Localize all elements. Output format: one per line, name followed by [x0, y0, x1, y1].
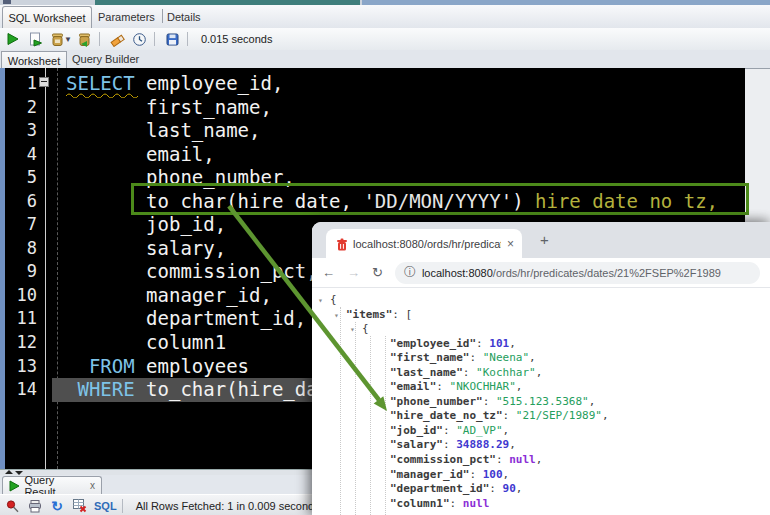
browser-address-bar: ← → ↻ ⓘ localhost:8080/ords/hr/predicate…	[312, 258, 770, 288]
line-number: 3	[0, 119, 37, 143]
line-number: 8	[0, 237, 37, 261]
tab-label: Details	[167, 11, 201, 23]
line-number: 7	[0, 213, 37, 237]
tab-sql-worksheet[interactable]: SQL Worksheet	[2, 6, 92, 29]
json-line: "salary": 34888.29,	[312, 438, 770, 453]
page-info-icon[interactable]: ⓘ	[404, 264, 416, 281]
json-line: "hire_date_no_tz": "21/SEP/1989",	[312, 409, 770, 424]
floppy-icon	[165, 32, 180, 47]
tab-parameters[interactable]: Parameters	[98, 5, 155, 28]
browser-tab-strip: localhost:8080/ords/hr/predicate × +	[312, 222, 770, 258]
chevron-down-icon[interactable]: ▼	[64, 35, 72, 44]
fold-minus-icon[interactable]	[39, 77, 49, 87]
run-statement-button[interactable]	[4, 31, 22, 48]
printer-icon	[28, 499, 42, 513]
code-line[interactable]: 1SELECT employee_id,	[0, 72, 745, 96]
toolbar-separator	[187, 32, 188, 46]
run-icon	[6, 32, 20, 46]
line-number: 5	[0, 166, 37, 190]
forward-button[interactable]: →	[347, 265, 360, 280]
toolbar-separator	[154, 32, 155, 46]
reload-button[interactable]: ↻	[372, 265, 383, 280]
json-line: "last_name": "Kochhar",	[312, 366, 770, 381]
subtab-query-builder[interactable]: Query Builder	[72, 50, 139, 68]
save-button[interactable]	[164, 31, 182, 48]
screen: SQL Worksheet Parameters Details ▼	[0, 0, 770, 515]
worksheet-tab-bar: SQL Worksheet Parameters Details	[0, 5, 770, 29]
clear-grid-button[interactable]	[70, 497, 88, 514]
annotation-highlight-box	[131, 183, 749, 215]
tab-label: SQL Worksheet	[8, 12, 85, 24]
refresh-icon: ↻	[51, 498, 63, 514]
pushpin-icon	[6, 499, 20, 513]
pin-button[interactable]	[4, 497, 22, 514]
worksheet-toolbar: ▼ 0.015 seconds	[0, 28, 770, 51]
code-text[interactable]: last_name,	[52, 119, 745, 143]
line-number: 10	[0, 284, 37, 308]
back-button[interactable]: ←	[322, 265, 335, 280]
code-text[interactable]: SELECT employee_id,	[52, 72, 745, 96]
sql-view-link[interactable]: SQL	[94, 500, 117, 512]
eraser-icon	[110, 32, 126, 47]
toolbar-separator	[122, 499, 123, 513]
collapse-triangle-icon[interactable]: ▾	[334, 309, 339, 324]
run-script-button[interactable]	[26, 31, 44, 48]
line-number: 11	[0, 307, 37, 331]
subtab-label: Query Builder	[72, 53, 139, 65]
code-line[interactable]: 4 email,	[0, 143, 745, 167]
json-line: "department_id": 90,	[312, 482, 770, 497]
browser-tab-title: localhost:8080/ords/hr/predicate	[353, 238, 501, 250]
collapse-triangle-icon[interactable]: ▾	[318, 294, 323, 309]
tab-close-icon[interactable]: ×	[507, 237, 514, 251]
jar-icon	[50, 32, 65, 47]
new-tab-button[interactable]: +	[540, 231, 549, 248]
json-line: "job_id": "AD_VP",	[312, 424, 770, 439]
json-line: ▾{	[312, 293, 770, 308]
explain-plan-button[interactable]	[76, 31, 94, 48]
json-line: ▾"items": [	[312, 308, 770, 323]
warning-squiggle	[66, 93, 138, 98]
url-field[interactable]: ⓘ localhost:8080/ords/hr/predicates/date…	[395, 262, 760, 284]
code-line[interactable]: 2 first_name,	[0, 96, 745, 120]
tab-details[interactable]: Details	[167, 5, 201, 28]
editor-subtab-bar: Worksheet Query Builder	[0, 50, 770, 69]
print-button[interactable]	[26, 497, 44, 514]
tab-separator	[162, 9, 163, 23]
play-icon	[9, 480, 19, 492]
tab-label: Parameters	[98, 11, 155, 23]
json-line: "commission_pct": null,	[312, 453, 770, 468]
sql-history-button[interactable]	[131, 31, 149, 48]
line-number: 4	[0, 143, 37, 167]
site-favicon	[334, 237, 347, 251]
subtab-label: Worksheet	[8, 55, 60, 67]
json-line: "first_name": "Neena",	[312, 351, 770, 366]
line-number: 14	[0, 378, 37, 402]
json-line: "phone_number": "515.123.5368",	[312, 395, 770, 410]
clock-icon	[132, 32, 147, 47]
toolbar-separator	[99, 32, 100, 46]
code-line[interactable]: 3 last_name,	[0, 119, 745, 143]
browser-tab[interactable]: localhost:8080/ords/hr/predicate ×	[326, 229, 522, 258]
splitter-up-icon[interactable]	[5, 470, 13, 474]
collapse-triangle-icon[interactable]: ▾	[350, 323, 355, 338]
url-text: localhost:8080/ords/hr/predicates/dates/…	[422, 267, 721, 279]
line-number: 1	[0, 72, 37, 96]
browser-window: localhost:8080/ords/hr/predicate × + ← →…	[312, 222, 770, 515]
subtab-worksheet[interactable]: Worksheet	[1, 51, 67, 69]
window-mini-icon	[3, 0, 11, 4]
url-path: /ords/hr/predicates/dates/21%2FSEP%2F198…	[493, 267, 721, 279]
line-number: 6	[0, 190, 37, 214]
refresh-button[interactable]: ↻	[48, 497, 66, 514]
json-lines: ▾{▾"items": [▾{"employee_id": 101,"first…	[312, 290, 770, 515]
json-line: ▾{	[312, 322, 770, 337]
clear-button[interactable]	[109, 31, 127, 48]
json-line: "column1": null	[312, 497, 770, 512]
code-text[interactable]: first_name,	[52, 96, 745, 120]
close-icon[interactable]: x	[90, 480, 95, 491]
url-host: localhost:8080	[422, 267, 493, 279]
run-script-icon	[28, 32, 43, 47]
jar-icon	[77, 32, 92, 47]
tab-query-result[interactable]: Query Result x	[2, 476, 102, 494]
json-line: "manager_id": 100,	[312, 468, 770, 483]
code-text[interactable]: email,	[52, 143, 745, 167]
